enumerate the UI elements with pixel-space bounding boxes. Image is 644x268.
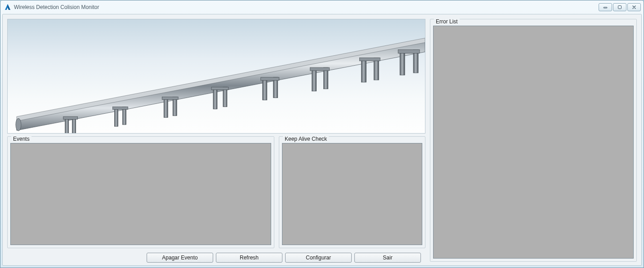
svg-rect-24 — [374, 58, 379, 80]
svg-rect-11 — [164, 99, 168, 118]
titlebar: Wireless Detection Colision Monitor — [0, 0, 644, 14]
right-column: Error List — [430, 19, 637, 263]
svg-rect-14 — [213, 89, 217, 109]
svg-rect-5 — [65, 118, 69, 133]
svg-rect-28 — [398, 49, 420, 53]
events-listbox[interactable] — [10, 143, 271, 245]
refresh-button[interactable]: Refresh — [216, 253, 282, 263]
svg-rect-17 — [263, 80, 267, 100]
svg-rect-6 — [72, 117, 76, 133]
svg-rect-15 — [223, 87, 227, 107]
error-listbox[interactable] — [433, 26, 634, 259]
svg-rect-13 — [162, 97, 178, 100]
apagar-evento-button[interactable]: Apagar Evento — [147, 253, 213, 263]
svg-rect-7 — [63, 116, 78, 119]
svg-rect-10 — [112, 107, 128, 109]
svg-rect-19 — [261, 77, 279, 80]
keepalive-label: Keep Alive Check — [283, 136, 329, 142]
events-label: Events — [11, 136, 31, 142]
svg-rect-1 — [618, 6, 622, 9]
svg-rect-26 — [400, 52, 405, 75]
svg-rect-8 — [114, 108, 118, 126]
guardrail-render — [7, 19, 425, 134]
client-area: Events Keep Alive Check Apagar Evento Re… — [2, 14, 642, 266]
svg-marker-2 — [17, 41, 425, 130]
left-column: Events Keep Alive Check Apagar Evento Re… — [7, 19, 425, 263]
error-list-label: Error List — [434, 18, 460, 25]
bottom-panels-row: Events Keep Alive Check — [7, 136, 425, 248]
svg-rect-23 — [361, 60, 366, 82]
svg-rect-22 — [310, 67, 330, 71]
close-button[interactable] — [627, 3, 641, 11]
window-controls — [599, 3, 641, 11]
error-list-group: Error List — [430, 19, 637, 262]
svg-rect-25 — [359, 58, 380, 61]
svg-rect-0 — [604, 7, 607, 8]
events-group: Events — [7, 136, 274, 248]
keepalive-listbox[interactable] — [282, 143, 422, 245]
app-window: Wireless Detection Colision Monitor — [0, 0, 644, 268]
svg-rect-16 — [211, 87, 228, 90]
keepalive-group: Keep Alive Check — [279, 136, 425, 248]
button-row: Apagar Evento Refresh Configurar Sair — [7, 253, 425, 263]
minimize-button[interactable] — [599, 3, 612, 11]
svg-rect-20 — [312, 70, 317, 91]
svg-point-4 — [16, 118, 21, 131]
window-title: Wireless Detection Colision Monitor — [14, 4, 599, 10]
app-icon — [4, 4, 11, 11]
configurar-button[interactable]: Configurar — [285, 253, 352, 263]
sair-button[interactable]: Sair — [354, 253, 421, 263]
maximize-button[interactable] — [613, 3, 626, 11]
